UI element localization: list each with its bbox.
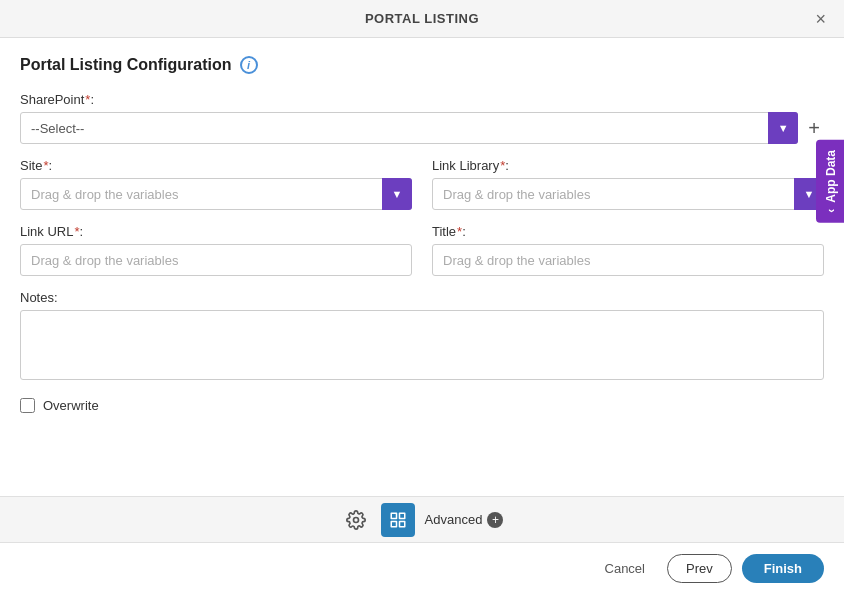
link-library-label: Link Library*: — [432, 158, 824, 173]
sharepoint-row: --Select-- ▼ + — [20, 112, 824, 144]
title-col: Title*: — [432, 224, 824, 276]
link-library-input[interactable] — [432, 178, 824, 210]
site-linklibrary-row: Site*: ▼ Link Library*: ▼ — [20, 158, 824, 210]
link-library-required: * — [500, 158, 505, 173]
title-label: Title*: — [432, 224, 824, 239]
modal-title: PORTAL LISTING — [365, 11, 479, 26]
app-data-label: App Data — [824, 150, 838, 203]
link-url-label: Link URL*: — [20, 224, 412, 239]
app-data-tab[interactable]: ‹ App Data — [816, 140, 844, 223]
link-library-input-wrapper: ▼ — [432, 178, 824, 210]
modal-dialog: PORTAL LISTING × ‹ App Data Portal Listi… — [0, 0, 844, 594]
sharepoint-required: * — [85, 92, 90, 107]
link-url-col: Link URL*: — [20, 224, 412, 276]
link-url-input[interactable] — [20, 244, 412, 276]
close-button[interactable]: × — [809, 8, 832, 30]
notes-textarea[interactable] — [20, 310, 824, 380]
finish-button[interactable]: Finish — [742, 554, 824, 583]
sharepoint-select[interactable]: --Select-- — [20, 112, 798, 144]
prev-button[interactable]: Prev — [667, 554, 732, 583]
gear-icon[interactable] — [341, 505, 371, 535]
footer-actions-bar: Cancel Prev Finish — [0, 542, 844, 594]
modal-titlebar: PORTAL LISTING × — [0, 0, 844, 38]
svg-rect-3 — [399, 521, 404, 526]
app-data-tab-container: ‹ App Data — [808, 120, 844, 220]
list-icon[interactable] — [381, 503, 415, 537]
site-required: * — [43, 158, 48, 173]
site-input[interactable] — [20, 178, 412, 210]
sharepoint-label: SharePoint*: — [20, 92, 824, 107]
svg-point-0 — [353, 517, 358, 522]
notes-label: Notes: — [20, 290, 824, 305]
svg-rect-1 — [391, 513, 396, 518]
overwrite-row: Overwrite — [20, 398, 824, 413]
section-title-area: Portal Listing Configuration i — [20, 56, 824, 74]
link-url-required: * — [74, 224, 79, 239]
advanced-text: Advanced — [425, 512, 483, 527]
advanced-label-area: Advanced + — [425, 512, 504, 528]
modal-body: Portal Listing Configuration i SharePoin… — [0, 38, 844, 496]
title-required: * — [457, 224, 462, 239]
link-library-col: Link Library*: ▼ — [432, 158, 824, 210]
overwrite-label[interactable]: Overwrite — [43, 398, 99, 413]
site-label: Site*: — [20, 158, 412, 173]
svg-rect-4 — [391, 521, 396, 526]
app-data-chevron: ‹ — [824, 209, 838, 213]
svg-rect-2 — [399, 513, 404, 518]
overwrite-checkbox[interactable] — [20, 398, 35, 413]
site-col: Site*: ▼ — [20, 158, 412, 210]
title-input[interactable] — [432, 244, 824, 276]
cancel-button[interactable]: Cancel — [593, 555, 657, 582]
linkurl-title-row: Link URL*: Title*: — [20, 224, 824, 276]
sharepoint-select-wrapper: --Select-- ▼ — [20, 112, 798, 144]
info-icon[interactable]: i — [240, 56, 258, 74]
sharepoint-group: SharePoint*: --Select-- ▼ + — [20, 92, 824, 144]
advanced-plus-icon[interactable]: + — [487, 512, 503, 528]
site-input-wrapper: ▼ — [20, 178, 412, 210]
notes-group: Notes: — [20, 290, 824, 384]
footer-advanced-bar: Advanced + — [0, 496, 844, 542]
section-title-text: Portal Listing Configuration — [20, 56, 232, 74]
